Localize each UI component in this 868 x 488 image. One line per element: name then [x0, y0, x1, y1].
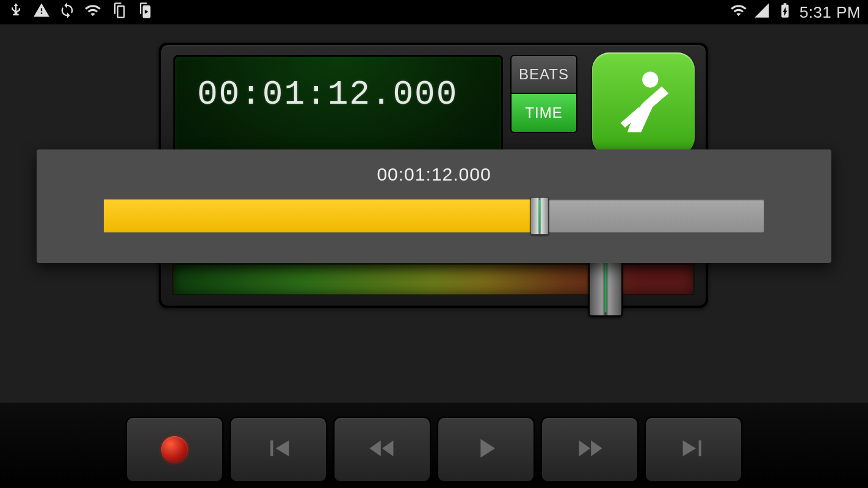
record-icon	[161, 436, 188, 463]
seek-slider[interactable]	[104, 199, 764, 232]
wifi-icon	[84, 2, 101, 23]
seek-overlay: 00:01:12.000	[37, 149, 831, 263]
seek-slider-thumb[interactable]	[530, 197, 549, 235]
clock-time: 5:31 PM	[800, 3, 861, 22]
skip-back-icon	[262, 432, 294, 467]
warning-icon	[33, 2, 50, 23]
skip-forward-button[interactable]	[645, 417, 742, 483]
app-logo[interactable]	[592, 52, 695, 155]
status-left-icons	[7, 2, 153, 23]
status-bar: 5:31 PM	[0, 0, 868, 24]
logo-person-icon	[607, 66, 680, 142]
rewind-icon	[366, 432, 398, 467]
record-button[interactable]	[126, 417, 223, 483]
timecode-display: 00:01:12.000	[197, 75, 458, 114]
transport-bar	[0, 403, 868, 488]
usb-icon	[7, 2, 24, 23]
beats-button[interactable]: BEATS	[510, 55, 577, 94]
forward-button[interactable]	[541, 417, 638, 483]
skip-forward-icon	[678, 432, 709, 467]
play-icon	[470, 432, 502, 467]
wifi-signal-icon	[730, 2, 747, 23]
sync-icon	[59, 2, 76, 23]
svg-point-0	[642, 71, 658, 87]
cell-signal-icon	[753, 2, 770, 23]
play-button[interactable]	[437, 417, 535, 483]
seek-time-label: 00:01:12.000	[104, 164, 764, 185]
clipboard-icon	[110, 2, 127, 23]
time-button[interactable]: TIME	[510, 94, 577, 133]
forward-icon	[574, 432, 606, 467]
display-mode-toggle: BEATS TIME	[510, 55, 577, 133]
skip-back-button[interactable]	[230, 417, 327, 483]
battery-charging-icon	[776, 2, 794, 23]
rewind-button[interactable]	[333, 417, 431, 483]
status-right-icons: 5:31 PM	[730, 2, 861, 23]
seek-slider-fill	[104, 199, 540, 232]
clipboard-play-icon	[136, 2, 153, 23]
main-area: 00:01:12.000 BEATS TIME 00:01:12.000	[0, 24, 868, 403]
